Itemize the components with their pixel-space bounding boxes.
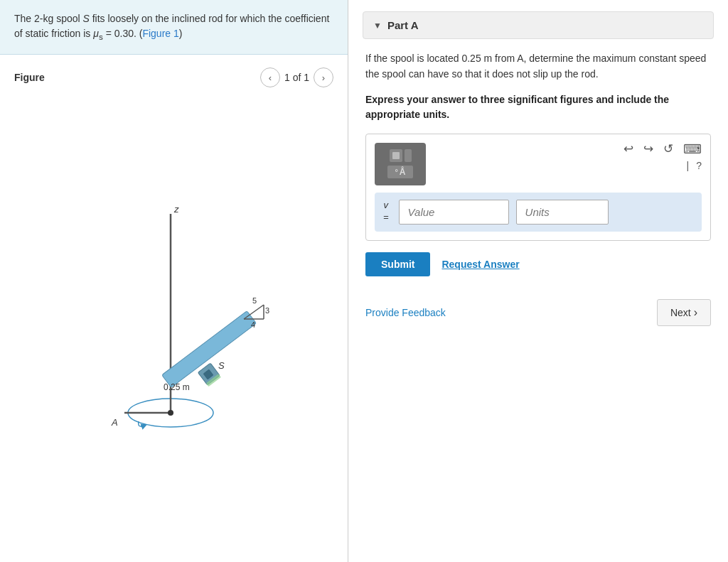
input-area: v = [375,193,702,232]
question-text: If the spool is located 0.25 m from A, d… [365,50,711,82]
next-arrow-icon: › [694,306,697,319]
keyboard-button[interactable]: ⌨ [683,143,702,156]
next-button[interactable]: Next › [657,299,711,326]
figure-svg: z A S [60,193,288,455]
svg-text:0.25 m: 0.25 m [164,382,190,392]
figure-label: Figure [14,72,260,83]
part-header: ▼ Part A [363,11,714,39]
part-title: Part A [387,19,419,31]
express-text: Express your answer to three significant… [365,92,711,122]
figure-header: Figure ‹ 1 of 1 › [14,67,333,87]
svg-text:z: z [173,204,179,215]
help-question-mark[interactable]: ? [696,160,702,171]
redo-button[interactable]: ↪ [643,143,653,155]
symbol-panel-icon[interactable]: ° Å [375,143,426,185]
next-label: Next [670,307,691,318]
right-panel: ▼ Part A If the spool is located 0.25 m … [348,0,728,562]
bottom-row: Provide Feedback Next › [365,299,711,326]
problem-text: The 2-kg spool S fits loosely on the inc… [14,13,329,39]
figure-section: Figure ‹ 1 of 1 › z [0,55,348,562]
pipe-separator: | [687,160,690,171]
answer-box: ° Å ↩ ↪ ↺ ⌨ | ? [365,134,711,241]
part-collapse-arrow[interactable]: ▼ [373,21,382,31]
value-input[interactable] [399,200,509,225]
variable-label: v = [383,200,389,224]
left-panel: The 2-kg spool S fits loosely on the inc… [0,0,348,562]
prev-icon: ‹ [269,72,272,83]
figure-nav: ‹ 1 of 1 › [260,67,333,87]
figure-canvas: z A S [14,93,333,555]
svg-text:A: A [111,417,118,428]
figure-link[interactable]: Figure 1 [142,28,178,39]
action-row: Submit Request Answer [365,252,711,276]
figure-next-button[interactable]: › [314,67,333,87]
svg-text:3: 3 [265,306,269,315]
figure-count: 1 of 1 [284,72,309,83]
problem-statement: The 2-kg spool S fits loosely on the inc… [0,0,348,55]
svg-text:4: 4 [251,320,255,329]
refresh-button[interactable]: ↺ [663,143,673,155]
submit-button[interactable]: Submit [365,252,430,276]
figure-prev-button[interactable]: ‹ [260,67,280,87]
part-body: If the spool is located 0.25 m from A, d… [363,50,714,326]
svg-text:5: 5 [252,296,257,305]
provide-feedback-link[interactable]: Provide Feedback [365,307,446,318]
undo-button[interactable]: ↩ [623,143,633,155]
svg-point-11 [168,410,173,416]
units-input[interactable] [516,200,609,225]
request-answer-link[interactable]: Request Answer [441,259,519,270]
next-icon: › [322,72,325,83]
svg-text:S: S [218,360,225,371]
